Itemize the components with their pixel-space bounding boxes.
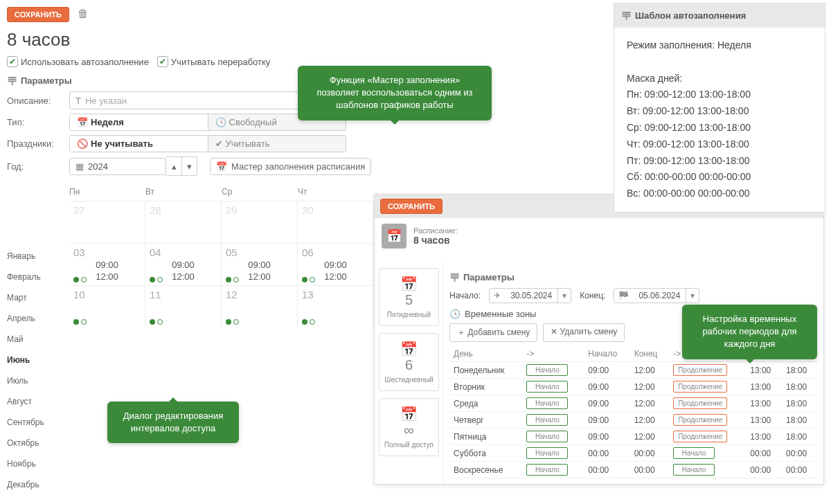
start-tag[interactable]: Начало <box>526 381 568 393</box>
calendar-cell[interactable]: 28 <box>145 201 222 243</box>
account-overtime-checkbox[interactable]: ✔ Учитывать переработку <box>157 56 271 67</box>
t2-start[interactable]: 00:00 <box>746 445 782 462</box>
t2-start[interactable]: 00:00 <box>746 462 782 478</box>
calendar-cell[interactable]: 27 <box>69 201 145 243</box>
t1-start[interactable]: 09:00 <box>584 362 629 379</box>
t1-start[interactable]: 09:00 <box>584 429 629 445</box>
month-item[interactable]: Июль <box>7 370 62 391</box>
dow-label: Пн <box>69 187 145 201</box>
t2-start[interactable]: 13:00 <box>746 379 782 395</box>
wizard-button[interactable]: 📅 Мастер заполнения расписания <box>210 158 371 175</box>
chevron-down-icon[interactable]: ▾ <box>557 289 571 303</box>
start-date-input[interactable]: ✈ 30.05.2024 ▾ <box>489 288 571 303</box>
mask-line: Вт: 09:00-12:00 13:00-18:00 <box>627 103 812 120</box>
day-row: ВоскресеньеНачало00:0000:00Начало00:0000… <box>449 462 818 478</box>
continue-tag[interactable]: Продолжение <box>673 381 727 393</box>
start-tag[interactable]: Начало <box>526 397 568 409</box>
continue-tag[interactable]: Продолжение <box>673 431 727 442</box>
continue-tag[interactable]: Продолжение <box>673 364 727 376</box>
calendar-cell[interactable]: 0409:0012:00 <box>145 244 222 285</box>
schedule-editor: СОХРАНИТЬ 🗑 8 часов ✔ Использовать автоз… <box>7 7 374 327</box>
month-item[interactable]: Май <box>7 329 62 350</box>
month-item[interactable]: Июнь <box>7 350 62 370</box>
month-item[interactable]: Март <box>7 287 62 308</box>
t1-end[interactable]: 12:00 <box>630 379 670 395</box>
start-tag[interactable]: Начало <box>526 464 568 476</box>
type-option-week[interactable]: 📅 Неделя <box>70 114 208 130</box>
chevron-down-icon[interactable]: ▾ <box>686 289 699 303</box>
t2-start[interactable]: 13:00 <box>746 395 782 412</box>
plane-icon: ✈ <box>490 291 505 300</box>
t1-end[interactable]: 00:00 <box>630 445 670 462</box>
wizard-save-button[interactable]: СОХРАНИТЬ <box>380 199 443 214</box>
preset-option[interactable]: 📅∞Полный доступ <box>379 398 439 456</box>
t1-end[interactable]: 12:00 <box>630 429 670 445</box>
calendar-cell[interactable]: 13 <box>298 286 374 327</box>
type-label: Тип: <box>7 117 62 127</box>
t2-end[interactable]: 18:00 <box>782 362 818 379</box>
t1-start[interactable]: 00:00 <box>584 462 629 478</box>
month-item[interactable]: Декабрь <box>7 474 62 495</box>
year-down-button[interactable]: ▾ <box>181 157 197 175</box>
start-tag[interactable]: Начало <box>673 447 715 459</box>
continue-tag[interactable]: Продолжение <box>673 414 727 426</box>
t2-end[interactable]: 00:00 <box>782 445 818 462</box>
day-name: Воскресенье <box>449 462 522 478</box>
t2-start[interactable]: 13:00 <box>746 429 782 445</box>
t1-start[interactable]: 00:00 <box>584 445 629 462</box>
holidays-option-account[interactable]: ✔ Учитывать <box>208 136 346 152</box>
t2-end[interactable]: 00:00 <box>782 462 818 478</box>
sliders-icon <box>621 9 631 22</box>
t2-end[interactable]: 18:00 <box>782 395 818 412</box>
clock-icon: 🕓 <box>215 117 226 127</box>
end-date-input[interactable]: 🏁 05.06.2024 ▾ <box>614 288 699 303</box>
t1-end[interactable]: 12:00 <box>630 412 670 429</box>
calendar-cell[interactable]: 0609:0012:00 <box>298 244 374 285</box>
t2-end[interactable]: 18:00 <box>782 379 818 395</box>
month-item[interactable]: Февраль <box>7 267 62 287</box>
th-arrow: -> <box>522 346 584 362</box>
start-tag[interactable]: Начало <box>673 464 715 476</box>
month-item[interactable]: Октябрь <box>7 433 62 453</box>
t2-end[interactable]: 18:00 <box>782 429 818 445</box>
calendar-cell[interactable]: 0509:0012:00 <box>222 244 298 285</box>
year-label: Год: <box>7 161 62 172</box>
year-input[interactable]: ▦ 2024 <box>69 158 166 175</box>
schedule-icon: 📅 <box>382 224 406 249</box>
start-tag[interactable]: Начало <box>526 364 568 376</box>
month-item[interactable]: Январь <box>7 246 62 267</box>
month-item[interactable]: Апрель <box>7 308 62 329</box>
calendar-cell[interactable]: 11 <box>145 286 222 327</box>
t1-start[interactable]: 09:00 <box>584 412 629 429</box>
t2-start[interactable]: 13:00 <box>746 412 782 429</box>
t1-end[interactable]: 00:00 <box>630 462 670 478</box>
calendar-cell[interactable]: 12 <box>222 286 298 327</box>
calendar-cell[interactable]: 30 <box>298 201 374 243</box>
add-shift-button[interactable]: ＋ Добавить смену <box>449 323 537 342</box>
t1-end[interactable]: 12:00 <box>630 395 670 412</box>
delete-icon[interactable]: 🗑 <box>78 8 89 19</box>
delete-shift-button[interactable]: ✕ Удалить смену <box>543 323 625 342</box>
ban-icon: 🚫 <box>77 138 88 149</box>
t1-start[interactable]: 09:00 <box>584 395 629 412</box>
month-item[interactable]: Ноябрь <box>7 453 62 474</box>
start-tag[interactable]: Начало <box>526 447 568 459</box>
day-row: СредаНачало09:0012:00Продолжение13:0018:… <box>449 395 818 412</box>
calendar-cell[interactable]: 29 <box>222 201 298 243</box>
save-button[interactable]: СОХРАНИТЬ <box>7 7 69 22</box>
t2-end[interactable]: 18:00 <box>782 412 818 429</box>
t1-start[interactable]: 09:00 <box>584 379 629 395</box>
preset-option[interactable]: 📅6Шестидневный <box>379 333 439 391</box>
start-tag[interactable]: Начало <box>526 431 568 442</box>
use-autofill-checkbox[interactable]: ✔ Использовать автозаполнение <box>7 56 149 67</box>
month-item[interactable]: Сентябрь <box>7 412 62 433</box>
month-item[interactable]: Август <box>7 391 62 412</box>
year-up-button[interactable]: ▴ <box>166 157 181 175</box>
holidays-option-ignore[interactable]: 🚫 Не учитывать <box>70 136 208 152</box>
continue-tag[interactable]: Продолжение <box>673 397 727 409</box>
preset-option[interactable]: 📅5Пятидневный <box>379 268 439 326</box>
calendar-cell[interactable]: 10 <box>69 286 145 327</box>
calendar-cell[interactable]: 0309:0012:00 <box>69 244 145 285</box>
start-tag[interactable]: Начало <box>526 414 568 426</box>
t1-end[interactable]: 12:00 <box>630 362 670 379</box>
